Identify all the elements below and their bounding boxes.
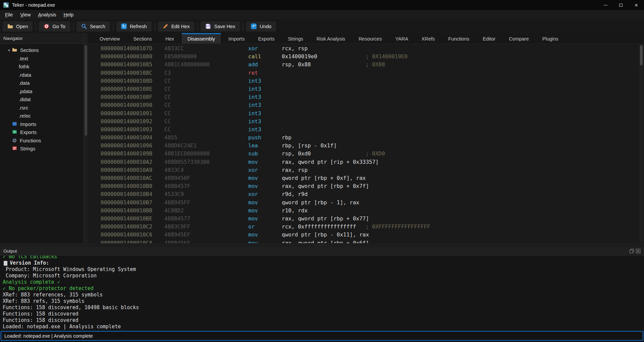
tree-item-reloc[interactable]: .reloc bbox=[0, 112, 84, 120]
menu-item-file[interactable]: File bbox=[1, 11, 16, 19]
undo-button[interactable]: ↶Undo bbox=[246, 21, 276, 31]
instruction-mnemonic: mov bbox=[248, 182, 282, 190]
disassembly-row[interactable]: 00000001400010944055pushrbp bbox=[88, 134, 644, 142]
tab-xrefs[interactable]: XRefs bbox=[416, 33, 441, 44]
maximize-button[interactable] bbox=[613, 0, 629, 10]
tree-item-pdata[interactable]: .pdata bbox=[0, 87, 84, 96]
panel-splitter[interactable]: ········· bbox=[0, 243, 644, 247]
menu-item-help[interactable]: Help bbox=[60, 11, 77, 19]
instruction-operands: qword ptr [rbp - 1], rax bbox=[282, 199, 366, 207]
disassembly-row[interactable]: 0000000140001093CCint3 bbox=[88, 126, 644, 134]
tree-item-exports[interactable]: Exports bbox=[0, 128, 84, 137]
menu-bar: FileViewAnalysisHelp bbox=[0, 10, 644, 19]
tab-disassembly[interactable]: Disassembly bbox=[182, 33, 221, 44]
imports-icon bbox=[12, 121, 17, 126]
tree-item-label: .didat bbox=[19, 97, 31, 102]
disassembly-row[interactable]: 00000001400010CA488B456Fmovrax, qword pt… bbox=[88, 239, 644, 244]
disassembly-row[interactable]: 00000001400010AC4889450Fmovqword ptr [rb… bbox=[88, 174, 644, 182]
tab-exports[interactable]: Exports bbox=[252, 33, 280, 44]
disassembly-row[interactable]: 000000014000107D4833CCxorrcx, rsp bbox=[88, 45, 644, 53]
instruction-comment bbox=[366, 166, 644, 174]
navigator-scrollbar-thumb[interactable] bbox=[85, 45, 87, 136]
disassembly-row[interactable]: 0000000140001091CCint3 bbox=[88, 110, 644, 118]
instruction-address: 000000014000108F bbox=[101, 93, 164, 101]
tree-item-sections[interactable]: ▼Sections bbox=[0, 46, 84, 55]
instruction-mnemonic: mov bbox=[248, 174, 282, 182]
disassembly-row[interactable]: 000000014000109B4881ECD0000000subrsp, 0x… bbox=[88, 150, 644, 158]
gear-icon: ⚙ bbox=[12, 138, 17, 143]
refresh-button[interactable]: ↻Refresh bbox=[116, 21, 152, 31]
tree-item-data[interactable]: .data bbox=[0, 79, 84, 87]
instruction-address: 00000001400010AC bbox=[101, 174, 164, 182]
tree-item-imports[interactable]: Imports bbox=[0, 120, 84, 129]
disassembly-row[interactable]: 000000014000108FCCint3 bbox=[88, 93, 644, 101]
minimize-button[interactable] bbox=[598, 0, 613, 10]
go-to-button[interactable]: Go To bbox=[39, 21, 70, 31]
disassembly-row[interactable]: 0000000140001096488D6C24E1learbp, [rsp -… bbox=[88, 142, 644, 150]
disassembly-scrollbar[interactable] bbox=[639, 45, 643, 242]
instruction-operands: rax, qword ptr [rip + 0x33357] bbox=[282, 158, 366, 166]
disassembly-row[interactable]: 00000001400010B0488B457Fmovrax, qword pt… bbox=[88, 182, 644, 190]
disassembly-row[interactable]: 000000014000108ECCint3 bbox=[88, 85, 644, 93]
disassembly-row[interactable]: 00000001400010B44533C9xorr9d, r9d bbox=[88, 190, 644, 198]
menu-item-view[interactable]: View bbox=[16, 11, 34, 19]
tab-plugins[interactable]: Plugins bbox=[537, 33, 564, 44]
disassembly-view[interactable]: 000000014000107D4833CCxorrcx, rsp0000000… bbox=[88, 44, 644, 243]
close-panel-button[interactable] bbox=[636, 249, 641, 254]
save-hex-button[interactable]: Save Hex bbox=[201, 21, 240, 31]
search-icon bbox=[81, 23, 87, 29]
instruction-operands bbox=[282, 126, 366, 134]
output-line: XRef: 883 refs, 315 symbols bbox=[3, 298, 644, 304]
tree-item-rdata[interactable]: .rdata bbox=[0, 71, 84, 79]
close-button[interactable]: × bbox=[629, 0, 644, 10]
status-text: Loaded: notepad.exe | Analysis complete bbox=[4, 333, 93, 339]
search-button[interactable]: Search bbox=[76, 21, 110, 31]
popout-panel-button[interactable] bbox=[629, 249, 634, 254]
navigator-title: Navigator bbox=[3, 36, 23, 41]
tab-functions[interactable]: Functions bbox=[442, 33, 475, 44]
disassembly-row[interactable]: 00000001400010BE488B4577movrax, qword pt… bbox=[88, 215, 644, 223]
tab-hex[interactable]: Hex bbox=[160, 33, 180, 44]
disassembly-row[interactable]: 00000001400010A94833C4xorrax, rsp bbox=[88, 166, 644, 174]
disassembly-row[interactable]: 0000000140001090CCint3 bbox=[88, 101, 644, 109]
disassembly-row[interactable]: 00000001400010A2488B0557330300movrax, qw… bbox=[88, 158, 644, 166]
disassembly-row[interactable]: 00000001400010C24883C9FForrcx, 0xfffffff… bbox=[88, 223, 644, 231]
disassembly-row[interactable]: 00000001400010C6488945EFmovqword ptr [rb… bbox=[88, 231, 644, 239]
disassembly-row[interactable]: 00000001400010B7488945FFmovqword ptr [rb… bbox=[88, 199, 644, 207]
tab-strings[interactable]: Strings bbox=[282, 33, 309, 44]
instruction-comment bbox=[366, 174, 644, 182]
instruction-mnemonic: int3 bbox=[248, 85, 282, 93]
tree-item-rsrc[interactable]: .rsrc bbox=[0, 104, 84, 112]
tree-item-fothk[interactable]: fothk bbox=[0, 63, 84, 71]
disassembly-row[interactable]: 0000000140001092CCint3 bbox=[88, 118, 644, 126]
menu-item-analysis[interactable]: Analysis bbox=[35, 11, 60, 19]
disassembly-row[interactable]: 00000001400010854881C488000000addrsp, 0x… bbox=[88, 61, 644, 69]
tree-item-functions[interactable]: ⚙Functions bbox=[0, 137, 84, 145]
disassembly-scrollbar-thumb[interactable] bbox=[640, 45, 643, 65]
instruction-address: 00000001400010B4 bbox=[101, 190, 164, 198]
navigator-scrollbar[interactable] bbox=[84, 33, 88, 243]
disassembly-row[interactable]: 00000001400010BB4C8BD2movr10, rdx bbox=[88, 207, 644, 215]
refresh-icon: ↻ bbox=[121, 23, 127, 29]
instruction-comment bbox=[366, 101, 644, 109]
expander-icon[interactable]: ▼ bbox=[7, 49, 12, 52]
tab-imports[interactable]: Imports bbox=[223, 33, 250, 44]
tab-overview[interactable]: Overview bbox=[94, 33, 125, 44]
tab-yara[interactable]: YARA bbox=[389, 33, 414, 44]
disassembly-row[interactable]: 000000014000108CC3ret bbox=[88, 69, 644, 77]
main-area: Navigator ▼Sections.textfothk.rdata.data… bbox=[0, 33, 644, 243]
tab-sections[interactable]: Sections bbox=[127, 33, 158, 44]
tab-editor[interactable]: Editor bbox=[477, 33, 501, 44]
edit-hex-button[interactable]: Edit Hex bbox=[158, 21, 195, 31]
tab-compare[interactable]: Compare bbox=[503, 33, 535, 44]
tree-item-text[interactable]: .text bbox=[0, 55, 84, 63]
tree-item-strings[interactable]: Strings bbox=[0, 145, 84, 153]
tree-item-didat[interactable]: .didat bbox=[0, 95, 84, 104]
disassembly-row[interactable]: 000000014000108DCCint3 bbox=[88, 77, 644, 85]
output-header: Output bbox=[0, 247, 644, 256]
disassembly-row[interactable]: 0000000140001080E85B090000call0x1400019e… bbox=[88, 53, 644, 61]
tab-resources[interactable]: Resources bbox=[353, 33, 387, 44]
open-button[interactable]: Open bbox=[3, 21, 33, 31]
instruction-address: 00000001400010CA bbox=[101, 239, 164, 244]
tab-risk-analysis[interactable]: Risk Analysis bbox=[311, 33, 351, 44]
